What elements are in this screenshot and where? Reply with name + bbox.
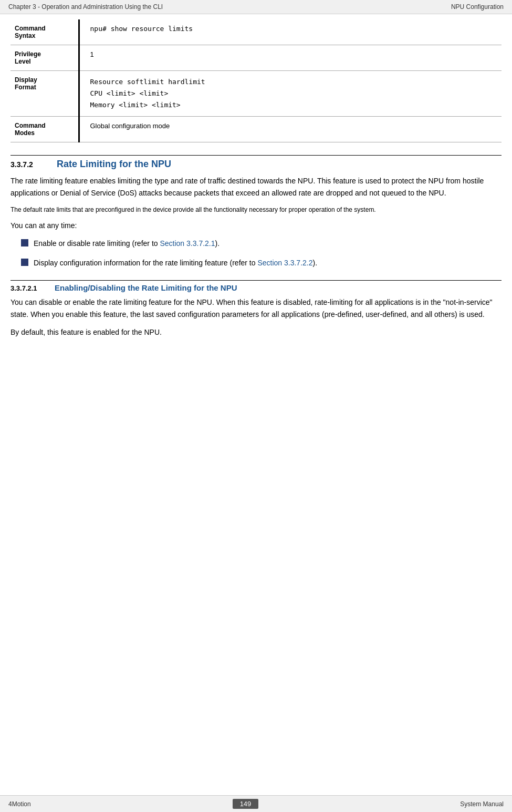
section-3721-para1: You can disable or enable the rate limit… [11,296,501,320]
section-link-3721[interactable]: Section 3.3.7.2.1 [160,239,215,248]
section-3721-title: Enabling/Disabling the Rate Limiting for… [55,283,237,292]
bullet-icon-1 [21,239,28,246]
section-3721-number: 3.3.7.2.1 [11,284,47,292]
section-372-para3: You can at any time: [11,220,501,231]
command-modes-label: CommandModes [11,117,79,142]
bullet-item-1: Enable or disable rate limiting (refer t… [21,238,501,249]
bullet-icon-2 [21,259,28,266]
display-format-table: Resource softlimit hardlimit CPU <limit>… [90,76,498,111]
page-footer: 4Motion 149 System Manual [0,795,512,812]
header-right: NPU Configuration [451,3,504,11]
display-format-row-cpu: CPU <limit> <limit> [90,88,498,99]
bullet-text-1: Enable or disable rate limiting (refer t… [34,238,220,249]
main-content: CommandSyntax npu# show resource limits … [0,14,512,355]
section-372-para1: The rate limiting feature enables limiti… [11,175,501,199]
display-format-label: DisplayFormat [11,71,79,117]
footer-center: 149 [233,799,259,809]
section-372-title: Rate Limiting for the NPU [57,159,171,170]
section-372-para2: The default rate limits that are preconf… [11,205,501,214]
bullet-item-2: Display configuration information for th… [21,257,501,269]
command-syntax-label: CommandSyntax [11,19,79,45]
footer-right: System Manual [460,800,504,808]
privilege-level-row: PrivilegeLevel 1 [11,45,501,71]
section-link-3722[interactable]: Section 3.3.7.2.2 [257,259,312,267]
command-modes-row: CommandModes Global configuration mode [11,117,501,142]
header-left: Chapter 3 - Operation and Administration… [8,3,163,11]
display-format-header: Resource softlimit hardlimit [90,76,498,88]
bullet-text-before-2: Display configuration information for th… [34,259,257,267]
command-syntax-row: CommandSyntax npu# show resource limits [11,19,501,45]
privilege-level-label: PrivilegeLevel [11,45,79,71]
display-format-value: Resource softlimit hardlimit CPU <limit>… [79,71,501,117]
section-372-bullets: Enable or disable rate limiting (refer t… [11,238,501,269]
section-3721-para2: By default, this feature is enabled for … [11,326,501,338]
privilege-level-value: 1 [79,45,501,71]
footer-left: 4Motion [8,800,31,808]
info-table: CommandSyntax npu# show resource limits … [11,19,501,142]
bullet-text-2: Display configuration information for th… [34,257,317,269]
display-format-row-memory: Memory <limit> <limit> [90,99,498,111]
section-372-number: 3.3.7.2 [11,160,47,169]
command-modes-value: Global configuration mode [79,117,501,142]
bullet-text-after-2: ). [313,259,318,267]
bullet-text-before-1: Enable or disable rate limiting (refer t… [34,239,160,248]
section-3721-heading: 3.3.7.2.1 Enabling/Disabling the Rate Li… [11,280,501,292]
display-format-row: DisplayFormat Resource softlimit hardlim… [11,71,501,117]
command-syntax-value: npu# show resource limits [79,19,501,45]
section-372-heading: 3.3.7.2 Rate Limiting for the NPU [11,155,501,170]
page-header: Chapter 3 - Operation and Administration… [0,0,512,14]
bullet-text-after-1: ). [215,239,220,248]
